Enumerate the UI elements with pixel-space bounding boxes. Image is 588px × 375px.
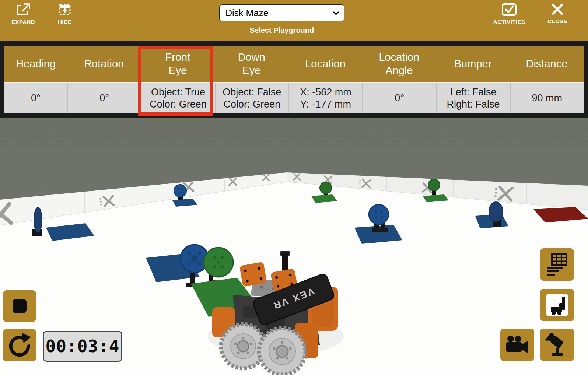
down-eye-value: Object: False Color: Green — [215, 83, 288, 113]
activities-icon — [501, 3, 517, 16]
front-eye-value: Object: True Color: Green — [141, 83, 214, 113]
select-playground-caption: Select Playground — [219, 26, 344, 35]
close-button[interactable]: CLOSE — [545, 3, 570, 24]
robot-view-button[interactable] — [540, 289, 574, 321]
col-location-label: Location — [288, 46, 362, 82]
close-icon — [551, 3, 564, 15]
dashboard-grid-icon — [546, 253, 568, 276]
playground-select[interactable]: Disk Maze — [219, 4, 344, 21]
expand-label: EXPAND — [11, 19, 35, 25]
stop-icon — [12, 299, 27, 313]
robot-left-wheel — [221, 324, 265, 368]
video-camera-icon — [505, 335, 529, 354]
col-bumper-label: Bumper — [436, 46, 510, 82]
activities-label: ACTIVITIES — [493, 19, 525, 25]
hide-icon — [57, 3, 72, 16]
camera-angle-button[interactable] — [540, 329, 574, 361]
col-distance-label: Distance — [510, 46, 584, 82]
hide-label: HIDE — [58, 19, 71, 25]
rotation-value: 0° — [67, 83, 141, 113]
distance-value: 90 mm — [510, 83, 584, 113]
close-label: CLOSE — [547, 18, 567, 24]
playground-toolbar: EXPAND HIDE Disk Maze Select Playground — [0, 0, 588, 41]
heading-value: 0° — [4, 83, 67, 113]
robot-view-icon-bg — [546, 294, 568, 316]
col-down-eye-label: Down Eye — [215, 46, 288, 82]
bumper-value: Left: False Right: False — [436, 83, 510, 113]
hide-button[interactable]: HIDE — [54, 3, 76, 25]
activities-button[interactable]: ACTIVITIES — [490, 3, 528, 25]
expand-icon — [16, 3, 31, 16]
col-rotation-label: Rotation — [67, 46, 141, 82]
sensor-dashboard-values: 0° 0° Object: True Color: Green Object: … — [4, 82, 584, 113]
camera-angle-icon — [545, 333, 569, 357]
video-camera-button[interactable] — [500, 329, 534, 361]
dashboard-toggle-button[interactable] — [540, 248, 574, 281]
reset-button[interactable] — [3, 329, 36, 361]
robot-right-wheel — [259, 328, 305, 375]
sensor-dashboard-header: Heading Rotation Front Eye Down Eye Loca… — [4, 46, 584, 82]
sensor-dashboard: Heading Rotation Front Eye Down Eye Loca… — [4, 46, 584, 113]
expand-button[interactable]: EXPAND — [7, 3, 39, 25]
col-location-angle-label: Location Angle — [362, 46, 436, 82]
location-value: X: -562 mm Y: -177 mm — [288, 83, 362, 113]
stop-button[interactable] — [3, 290, 36, 322]
timer-display: 00:03:4 — [43, 331, 122, 362]
col-front-eye-label: Front Eye — [141, 46, 214, 82]
col-heading-label: Heading — [4, 46, 67, 82]
robot-view-icon — [547, 295, 567, 315]
reset-icon — [7, 333, 32, 358]
location-angle-value: 0° — [362, 83, 436, 113]
playground-select-wrap: Disk Maze — [219, 4, 344, 21]
